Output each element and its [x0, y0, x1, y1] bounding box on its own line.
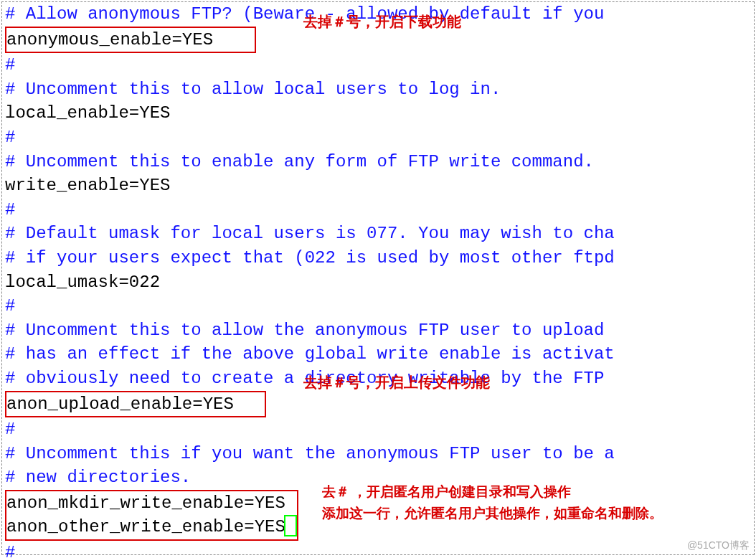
- config-line: anon_other_write_enable=YES: [6, 517, 285, 536]
- comment-line: #: [5, 200, 15, 219]
- annotation-3: 去＃ ，开启匿名用户创建目录和写入操作: [322, 483, 571, 502]
- config-line: anon_upload_enable=YES: [6, 394, 234, 414]
- cursor-icon: [284, 515, 297, 536]
- comment-line: #: [5, 420, 15, 439]
- highlight-box-3: anon_mkdir_write_enable=YES anon_other_w…: [5, 490, 298, 541]
- comment-line: #: [5, 543, 15, 558]
- comment-line: # new directories.: [5, 468, 191, 487]
- comment-line: #: [5, 296, 15, 316]
- highlight-box-1: anonymous_enable=YES: [5, 27, 256, 54]
- comment-line: # if your users expect that (022 is used…: [5, 248, 615, 268]
- comment-line: # Default umask for local users is 077. …: [5, 224, 615, 243]
- config-file-content: # Allow anonymous FTP? (Beware - allowed…: [2, 2, 754, 558]
- comment-line: # Uncomment this to allow local users to…: [5, 80, 501, 99]
- config-line: local_enable=YES: [5, 103, 170, 123]
- annotation-4: 添加这一行，允许匿名用户其他操作，如重命名和删除。: [322, 504, 663, 524]
- highlight-box-2: anon_upload_enable=YES: [5, 391, 266, 418]
- config-line: write_enable=YES: [5, 176, 170, 195]
- comment-line: # Uncomment this to enable any form of F…: [5, 152, 594, 171]
- viewport: # Allow anonymous FTP? (Beware - allowed…: [1, 1, 755, 555]
- comment-line: # Uncomment this if you want the anonymo…: [5, 444, 615, 463]
- comment-line: # has an effect if the above global writ…: [5, 344, 615, 364]
- annotation-2: 去掉＃号，开启上传文件功能: [303, 372, 490, 392]
- watermark: @51CTO博客: [687, 539, 750, 553]
- config-line: anon_mkdir_write_enable=YES: [6, 493, 285, 513]
- annotation-1: 去掉＃号，开启下载功能: [303, 11, 461, 32]
- comment-line: #: [5, 128, 15, 147]
- config-line: local_umask=022: [5, 273, 160, 292]
- config-line: anonymous_enable=YES: [6, 30, 213, 49]
- comment-line: #: [5, 55, 15, 75]
- comment-line: # Uncomment this to allow the anonymous …: [5, 321, 615, 340]
